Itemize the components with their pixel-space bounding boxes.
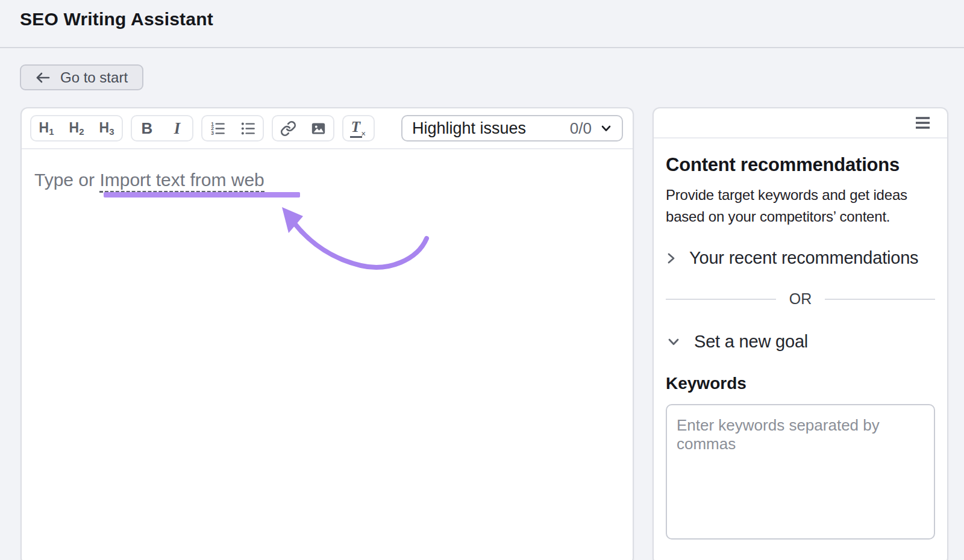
sidebar-description: Provide target keywords and get ideas ba… <box>666 184 934 228</box>
list-buttons-group: 1 2 3 <box>201 115 264 142</box>
set-new-goal-toggle[interactable]: Set a new goal <box>666 332 935 352</box>
editor-panel: H1 H2 H3 B I <box>20 107 634 560</box>
svg-text:3: 3 <box>211 130 214 136</box>
or-divider: OR <box>666 290 935 308</box>
insert-image-button[interactable] <box>303 116 333 140</box>
ordered-list-button[interactable]: 1 2 3 <box>202 116 233 140</box>
insert-buttons-group <box>272 115 334 142</box>
page-title: SEO Writing Assistant <box>20 9 213 30</box>
recent-recommendations-label: Your recent recommendations <box>689 248 918 268</box>
bullet-list-icon <box>240 120 256 137</box>
or-label: OR <box>776 290 825 308</box>
keywords-input[interactable] <box>666 404 935 540</box>
h1-button[interactable]: H1 <box>31 116 61 140</box>
chevron-down-icon <box>599 121 613 135</box>
ordered-list-icon: 1 2 3 <box>210 120 226 137</box>
chevron-down-icon <box>666 337 681 347</box>
go-to-start-label: Go to start <box>60 69 128 86</box>
sidebar-header <box>654 108 947 138</box>
go-to-start-button[interactable]: Go to start <box>20 64 143 90</box>
seo-writing-assistant-page: SEO Writing Assistant Go to start H1 H2 … <box>0 0 964 560</box>
image-icon <box>310 120 327 137</box>
recent-recommendations-toggle[interactable]: Your recent recommendations <box>666 248 935 268</box>
import-text-from-web-link[interactable]: Import text from web <box>99 170 264 193</box>
h2-button[interactable]: H2 <box>61 116 92 140</box>
app-header: SEO Writing Assistant <box>0 0 964 48</box>
clear-formatting-icon: T× <box>350 119 367 138</box>
set-new-goal-label: Set a new goal <box>694 332 808 352</box>
sidebar-title: Content recommendations <box>666 154 935 176</box>
editor-placeholder: Type or <box>34 170 99 190</box>
clear-formatting-button[interactable]: T× <box>343 116 374 140</box>
highlight-issues-count: 0/0 <box>570 119 592 138</box>
chevron-right-icon <box>666 250 677 266</box>
sidebar-menu-button[interactable] <box>913 114 933 132</box>
keywords-label: Keywords <box>666 374 935 393</box>
link-icon <box>280 120 296 137</box>
text-style-group: B I <box>131 115 193 142</box>
highlight-issues-label: Highlight issues <box>412 119 526 138</box>
clear-format-group: T× <box>342 115 375 142</box>
content-recommendations-panel: Content recommendations Provide target k… <box>653 107 948 560</box>
heading-buttons-group: H1 H2 H3 <box>30 115 123 142</box>
editor-toolbar: H1 H2 H3 B I <box>22 108 633 149</box>
bold-button[interactable]: B <box>132 116 162 140</box>
hamburger-menu-icon <box>915 116 930 129</box>
highlight-issues-dropdown[interactable]: Highlight issues 0/0 <box>401 115 623 142</box>
bullet-list-button[interactable] <box>233 116 263 140</box>
insert-link-button[interactable] <box>273 116 303 140</box>
annotation-arrow <box>259 193 440 277</box>
sidebar-content: Content recommendations Provide target k… <box>654 154 947 540</box>
back-arrow-icon <box>34 71 51 84</box>
h3-button[interactable]: H3 <box>92 116 122 140</box>
italic-button[interactable]: I <box>162 116 192 140</box>
